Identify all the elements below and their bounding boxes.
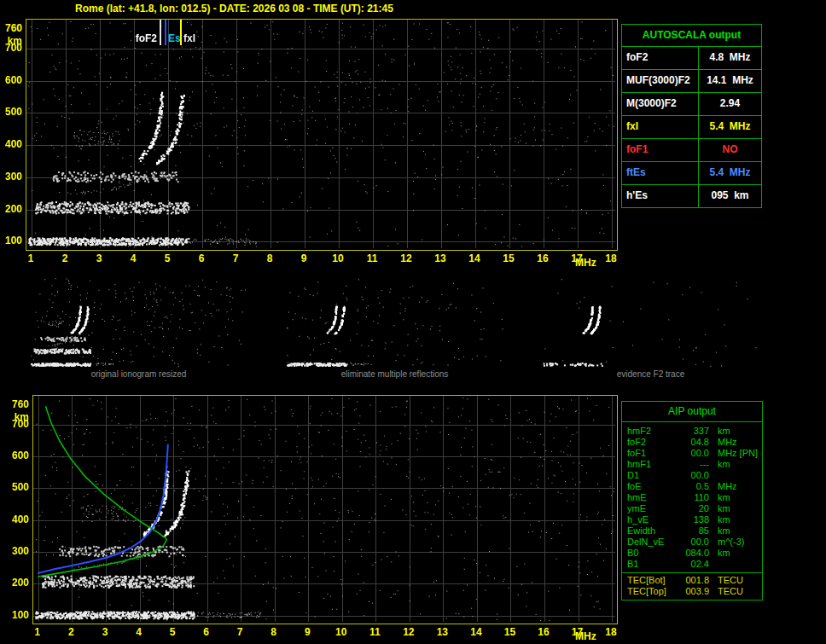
profile-plot-x-tick-6: 6 (194, 626, 219, 638)
aip-row-value: 337 (678, 426, 709, 437)
aip-row-label: TEC[Bot] (622, 575, 678, 586)
autoscala-row-label: foF1 (622, 139, 699, 161)
aip-row-unit: km (718, 525, 730, 537)
autoscala-row-ftes: ftEs5.4 MHz (622, 161, 761, 184)
main-plot-x-tick-2: 2 (52, 252, 78, 264)
profile-plot-x-tick-7: 7 (227, 626, 253, 638)
autoscala-row-label: ftEs (622, 162, 699, 184)
aip-row-label: B1 (622, 559, 678, 570)
aip-row-label: D1 (622, 470, 678, 481)
autoscala-row-muf(3000)f2: MUF(3000)F214.1 MHz (622, 69, 761, 92)
main-plot-y-tick-600: 600 (0, 74, 22, 86)
autoscala-output-table: AUTOSCALA output foF24.8 MHzMUF(3000)F21… (621, 24, 762, 208)
autoscala-row-label: foF2 (622, 47, 699, 69)
profile-plot-y-tick-300: 300 (7, 545, 29, 557)
aip-row-hmf2: hmF2337km (622, 426, 762, 437)
aip-row-b1: B102.4 (622, 559, 762, 570)
main-plot-x-tick-8: 8 (257, 252, 282, 264)
main-plot-x-tick-1: 1 (18, 252, 44, 264)
aip-row-d1: D100.0 (622, 470, 762, 481)
autoscala-row-value: NO (699, 139, 761, 161)
profile-plot-x-tick-14: 14 (463, 626, 489, 638)
main-plot-x-tick-18: 18 (598, 252, 624, 264)
autoscala-row-value: 5.4 MHz (699, 116, 761, 138)
profile-plot-x-tick-18: 18 (598, 626, 624, 638)
main-plot-x-tick-12: 12 (393, 252, 419, 264)
aip-row-note: [PN] (740, 448, 762, 459)
aip-row-unit: km (718, 492, 730, 503)
main-plot-y-tick-400: 400 (0, 138, 22, 150)
thumbnail-eliminate-canvas (286, 277, 503, 367)
autoscala-row-fof1: foF1NO (622, 138, 761, 161)
aip-row-hmf1: hmF1---km (622, 459, 762, 470)
main-ionogram-plot (26, 19, 618, 251)
aip-row-label: hmF2 (622, 426, 678, 437)
aip-row-value: 20 (678, 503, 709, 514)
aip-row-label: foF2 (622, 437, 678, 448)
aip-row-value: 00.0 (678, 537, 709, 548)
main-plot-x-tick-3: 3 (86, 252, 112, 264)
aip-tec-section: TEC[Bot]001.8TECUTEC[Top]003.9TECU (622, 572, 762, 597)
profile-plot-x-tick-10: 10 (329, 626, 354, 638)
main-plot-x-tick-16: 16 (530, 252, 556, 264)
profile-plot-y-tick-100: 100 (7, 609, 29, 621)
aip-row-unit: km (718, 514, 730, 525)
aip-row-value: 0.5 (678, 481, 709, 492)
autoscala-row-label: MUF(3000)F2 (622, 70, 699, 92)
aip-row-deln_ve: DelN_vE00.0m^(-3) (622, 537, 762, 548)
aip-row-unit: TECU (718, 575, 743, 586)
autoscala-table-header: AUTOSCALA output (622, 25, 761, 46)
main-plot-y-tick-100: 100 (0, 235, 22, 247)
aip-row-label: h_vE (622, 514, 678, 525)
aip-row-hme: hmE110km (622, 492, 762, 503)
profile-plot-x-tick-9: 9 (294, 626, 320, 638)
main-plot-x-tick-15: 15 (496, 252, 521, 264)
aip-row-value: --- (678, 459, 709, 470)
main-plot-x-tick-6: 6 (189, 252, 214, 264)
marker-fxi-label: fxI (183, 32, 195, 44)
profile-plot-x-tick-2: 2 (58, 626, 84, 638)
profile-plot-x-tick-11: 11 (362, 626, 387, 638)
marker-fxi-line (180, 20, 182, 45)
aip-row-h_ve: h_vE138km (622, 514, 762, 525)
main-plot-x-tick-14: 14 (462, 252, 487, 264)
aip-row-value: 084.0 (678, 548, 709, 559)
autoscala-row-value: 5.4 MHz (699, 162, 761, 184)
aip-row-unit: TECU (718, 586, 743, 597)
main-plot-x-tick-7: 7 (223, 252, 248, 264)
aip-row-label: TEC[Top] (622, 586, 678, 597)
station-title: Rome (lat: +41.8, lon: 012.5) - DATE: 20… (75, 3, 393, 15)
aip-row-unit: MHz (718, 481, 737, 492)
aip-row-foe: foE0.5MHz (622, 481, 762, 492)
profile-plot-y-tick-200: 200 (7, 577, 29, 589)
aip-row-value: 001.8 (678, 575, 709, 586)
profile-plot-y-tick-500: 500 (7, 481, 29, 493)
main-plot-y-tick-200: 200 (0, 203, 22, 215)
main-plot-y-tick-500: 500 (0, 106, 22, 118)
main-plot-x-tick-4: 4 (120, 252, 146, 264)
autoscala-row-h'es: h'Es095 km (622, 184, 761, 207)
aip-row-unit: km (718, 459, 730, 470)
marker-es-line (165, 20, 166, 45)
main-plot-x-tick-11: 11 (359, 252, 385, 264)
marker-es-label: Es (168, 32, 181, 44)
autoscala-screen: Rome (lat: +41.8, lon: 012.5) - DATE: 20… (0, 0, 826, 644)
main-plot-y-unit: km (0, 35, 22, 47)
profile-ionogram-canvas (33, 396, 615, 622)
profile-plot-x-tick-15: 15 (497, 626, 522, 638)
main-plot-x-tick-10: 10 (325, 252, 351, 264)
aip-row-unit: MHz (718, 437, 737, 448)
aip-row-label: Ewidth (622, 525, 678, 537)
autoscala-row-label: M(3000)F2 (622, 93, 699, 115)
thumbnail-original-canvas (30, 277, 247, 367)
aip-row-ewidth: Ewidth85km (622, 525, 762, 537)
main-plot-y-tick-300: 300 (0, 171, 22, 183)
autoscala-row-label: fxI (622, 116, 699, 138)
profile-plot-x-unit: MHz (575, 630, 596, 642)
thumbnail-caption-eliminate: eliminate multiple reflections (286, 369, 503, 379)
aip-row-label: B0 (622, 548, 678, 559)
aip-row-label: hmE (622, 492, 678, 503)
profile-plot-x-tick-5: 5 (160, 626, 185, 638)
profile-plot-x-tick-13: 13 (429, 626, 455, 638)
aip-row-label: hmF1 (622, 459, 678, 470)
